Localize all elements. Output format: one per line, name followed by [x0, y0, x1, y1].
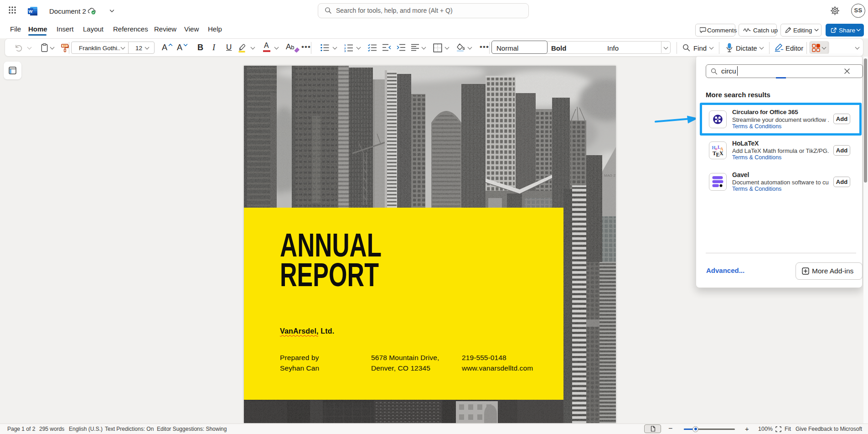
svg-text:X: X — [719, 150, 723, 157]
svg-text:www.vanarsdelltd.com: www.vanarsdelltd.com — [461, 364, 533, 372]
svg-text:Prepared by: Prepared by — [280, 354, 319, 361]
svg-text:REPORT: REPORT — [280, 256, 379, 293]
svg-text:Seyhan Can: Seyhan Can — [280, 364, 319, 372]
svg-text:3: 3 — [344, 49, 346, 52]
svg-text:Denver, CO 12345: Denver, CO 12345 — [371, 364, 430, 372]
svg-text:5678 Mountain Drive,: 5678 Mountain Drive, — [371, 354, 439, 361]
svg-text:VanArsdel, Ltd.: VanArsdel, Ltd. — [280, 327, 334, 335]
svg-text:W: W — [29, 9, 33, 14]
svg-text:219-555-0148: 219-555-0148 — [462, 354, 506, 361]
